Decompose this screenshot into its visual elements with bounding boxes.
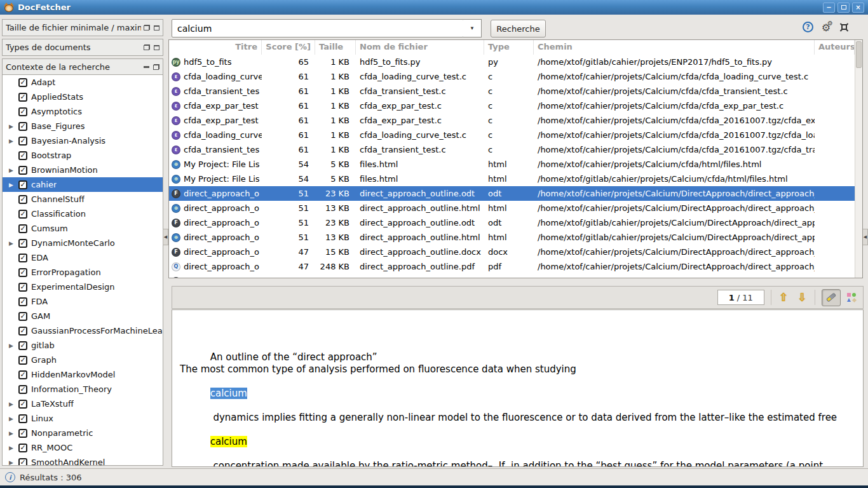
tree-item[interactable]: RR_MOOC — [3, 440, 163, 455]
close-button[interactable]: × — [852, 3, 864, 13]
column-header[interactable]: Taille — [315, 40, 356, 55]
tree-item[interactable]: ExperimentalDesign — [3, 280, 163, 294]
result-row[interactable]: F direct_approach_o 47 15 KB direct_appr… — [169, 245, 855, 259]
filesize-filter-panel-header[interactable]: Taille de fichier minimale / maximale — [2, 19, 163, 36]
expander-icon[interactable] — [9, 401, 15, 407]
table-scrollbar[interactable] — [855, 40, 862, 278]
tree-item[interactable]: GAM — [3, 309, 163, 323]
tree-item[interactable]: FDA — [3, 294, 163, 309]
checkbox[interactable] — [18, 444, 27, 452]
next-occurrence-button[interactable]: ⇩ — [796, 292, 808, 303]
expander-icon[interactable] — [9, 430, 15, 437]
restore-panel-icon[interactable] — [144, 44, 150, 50]
column-header[interactable]: Score [%] — [262, 40, 315, 55]
tree-item[interactable]: EDA — [3, 250, 163, 265]
tree-item[interactable]: Adapt — [3, 75, 163, 90]
result-row[interactable]: ε cfda_loading_curve 61 1 KB cfda_loadin… — [169, 128, 855, 142]
tree-item[interactable]: Information_Theory — [3, 382, 163, 396]
checkbox[interactable] — [18, 356, 27, 365]
tree-item[interactable]: gitlab — [3, 338, 163, 353]
collapse-panel-icon[interactable] — [144, 66, 149, 68]
tree-item[interactable]: Base_Figures — [3, 119, 163, 133]
checkbox[interactable] — [18, 297, 27, 306]
tree-item[interactable]: ErrorPropagation — [3, 265, 163, 280]
table-scrollbar-thumb[interactable] — [856, 41, 862, 68]
expander-icon[interactable] — [9, 182, 15, 188]
checkbox[interactable] — [18, 400, 27, 409]
restore-panel-icon[interactable] — [144, 25, 150, 30]
checkbox[interactable] — [18, 151, 27, 160]
minimize-button[interactable]: − — [823, 3, 835, 13]
checkbox[interactable] — [18, 458, 27, 466]
tree-item[interactable]: Cumsum — [3, 221, 163, 236]
column-header[interactable]: Chemin — [534, 40, 815, 55]
result-row[interactable]: ε cfda_transient_tes 61 1 KB cfda_transi… — [169, 84, 855, 98]
expander-icon[interactable] — [9, 342, 15, 349]
tree-item[interactable]: Graph — [3, 353, 163, 367]
checkbox[interactable] — [18, 93, 27, 102]
previous-occurrence-button[interactable]: ⇧ — [778, 292, 790, 303]
result-row[interactable]: ε cfda_exp_par_test 61 1 KB cfda_exp_par… — [169, 98, 855, 113]
tree-item[interactable]: BrownianMotion — [3, 163, 163, 177]
tree-item[interactable]: Bayesian-Analysis — [3, 133, 163, 148]
expander-icon[interactable] — [9, 240, 15, 247]
tree-item[interactable]: cahier — [3, 177, 163, 192]
checkbox[interactable] — [18, 224, 27, 233]
highlighting-toggle-button[interactable] — [822, 289, 841, 306]
checkbox[interactable] — [18, 254, 27, 262]
expander-icon[interactable] — [9, 416, 15, 422]
restore-panel-icon[interactable] — [153, 64, 159, 70]
column-header[interactable]: Nom de fichier — [356, 40, 484, 55]
search-button[interactable]: Recherche — [491, 20, 546, 37]
maximize-panel-icon[interactable] — [154, 45, 159, 50]
tree-item[interactable]: Nonparametric — [3, 426, 163, 440]
maximize-panel-icon[interactable] — [154, 25, 159, 30]
search-history-dropdown-button[interactable]: ▼ — [463, 19, 482, 37]
checkbox[interactable] — [18, 429, 27, 438]
result-row[interactable]: ⊕ direct_approach_o 51 13 KB direct_appr… — [169, 201, 855, 215]
checkbox[interactable] — [18, 122, 27, 131]
result-row[interactable]: py hdf5_to_fits 65 1 KB hdf5_to_fits.py … — [169, 55, 855, 69]
column-header[interactable]: Titre — [169, 40, 262, 55]
checkbox[interactable] — [18, 166, 27, 175]
result-row[interactable]: ⊕ My Project: File Lis 54 5 KB files.htm… — [169, 157, 855, 172]
column-header[interactable]: Type — [484, 40, 534, 55]
tree-item[interactable]: Linux — [3, 411, 163, 426]
checkbox[interactable] — [18, 341, 27, 350]
expander-icon[interactable] — [9, 445, 15, 451]
checkbox[interactable] — [18, 107, 27, 116]
tree-item[interactable]: LaTeXstuff — [3, 396, 163, 411]
result-row[interactable]: ⊕ My Project: File Lis 54 5 KB files.htm… — [169, 172, 855, 186]
expander-icon[interactable] — [9, 138, 15, 144]
checkbox[interactable] — [18, 327, 27, 336]
checkbox[interactable] — [18, 210, 27, 219]
checkbox[interactable] — [18, 312, 27, 321]
checkbox[interactable] — [18, 370, 27, 379]
checkbox[interactable] — [18, 195, 27, 204]
tree-item[interactable]: SmoothAndKernel — [3, 455, 163, 466]
checkbox[interactable] — [18, 180, 27, 189]
minimize-to-tray-icon[interactable] — [839, 22, 850, 33]
tree-item[interactable]: HiddenMarkovModel — [3, 367, 163, 382]
result-row[interactable]: F direct_approach_o 51 23 KB direct_appr… — [169, 186, 855, 201]
tree-item[interactable]: DynamicMonteCarlo — [3, 236, 163, 250]
restore-button[interactable] — [837, 3, 850, 13]
preferences-gear-icon[interactable]: ⚙ ⚙ — [820, 22, 832, 33]
tree-item[interactable]: GaussianProcessForMachineLearning — [3, 323, 163, 338]
checkbox[interactable] — [18, 239, 27, 248]
checkbox[interactable] — [18, 385, 27, 394]
checkbox[interactable] — [18, 78, 27, 87]
checkbox[interactable] — [18, 268, 27, 277]
result-row[interactable]: Q direct_approach_o 47 248 KB direct_app… — [169, 259, 855, 274]
tree-item[interactable]: Classification — [3, 207, 163, 221]
result-row[interactable]: F direct_approach_o 47 13 KB direct_appr… — [169, 274, 855, 278]
help-icon[interactable]: ? — [803, 22, 813, 32]
result-row[interactable]: ε cfda_exp_par_test 61 1 KB cfda_exp_par… — [169, 113, 855, 128]
tree-item[interactable]: AppliedStats — [3, 90, 163, 104]
expander-icon[interactable] — [9, 123, 15, 130]
result-row[interactable]: ε cfda_transient_tes 61 1 KB cfda_transi… — [169, 142, 855, 157]
result-row[interactable]: ⊕ direct_approach_o 51 13 KB direct_appr… — [169, 230, 855, 245]
checkbox[interactable] — [18, 137, 27, 146]
search-input[interactable] — [172, 19, 464, 37]
document-types-panel-header[interactable]: Types de documents — [2, 39, 163, 56]
